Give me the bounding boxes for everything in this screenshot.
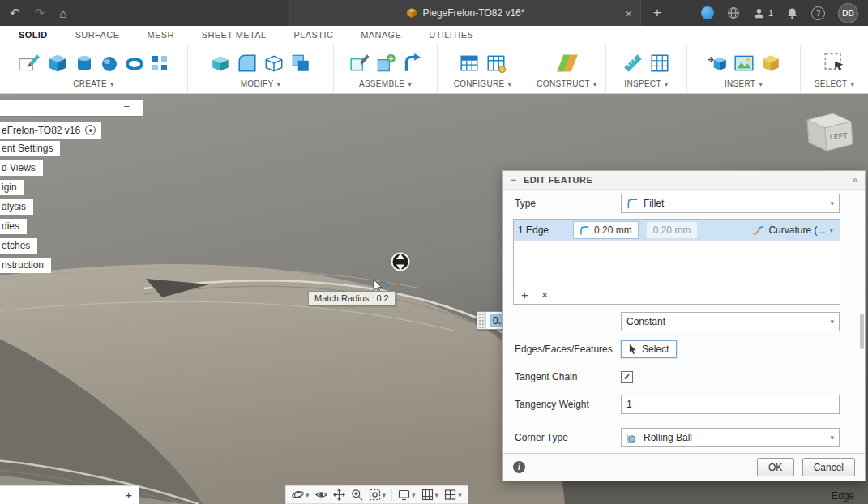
cancel-button[interactable]: Cancel xyxy=(802,458,855,476)
cylinder-icon[interactable] xyxy=(75,53,94,73)
tab-manage[interactable]: MANAGE xyxy=(347,26,415,45)
navigation-bar: ▾ ▾ ▾ xyxy=(285,485,468,504)
profile-icon[interactable] xyxy=(753,7,765,19)
corner-type-dropdown[interactable]: Rolling Ball ▾ xyxy=(621,428,840,447)
tab-solid[interactable]: SOLID xyxy=(5,26,62,45)
edge-selection-row[interactable]: 1 Edge 0.20 mm 0.20 mm xyxy=(514,220,840,241)
home-icon[interactable]: ⌂ xyxy=(59,6,66,20)
look-at-icon[interactable] xyxy=(315,489,327,501)
section-analysis-icon[interactable] xyxy=(649,53,670,74)
insert-mcmaster-icon[interactable] xyxy=(760,53,781,74)
new-tab-button[interactable]: + xyxy=(653,0,661,26)
dialog-footer: i OK Cancel xyxy=(503,453,865,481)
select-dropdown[interactable]: SELECT ▾ xyxy=(815,79,855,88)
undo-icon[interactable]: ↶ xyxy=(10,6,20,20)
close-tab-icon[interactable]: × xyxy=(625,0,632,26)
select-icon[interactable] xyxy=(823,52,846,75)
combine-icon[interactable] xyxy=(290,53,311,74)
redo-icon[interactable]: ↷ xyxy=(35,6,45,20)
as-built-joint-icon[interactable] xyxy=(402,53,423,74)
create-form-icon[interactable] xyxy=(46,52,69,75)
document-tab[interactable]: PiegeFrelon-TO82 v16* × xyxy=(289,0,641,26)
fillet-tool-icon[interactable] xyxy=(237,53,258,74)
dialog-header[interactable]: − EDIT FEATURE » xyxy=(503,171,865,190)
browser-item-origin[interactable]: igin xyxy=(0,180,24,195)
pattern-icon[interactable] xyxy=(150,53,169,73)
browser-root-item[interactable]: eFrelon-TO82 v16 xyxy=(0,122,101,139)
tangency-weight-input[interactable] xyxy=(621,395,840,414)
assemble-dropdown[interactable]: ASSEMBLE ▾ xyxy=(359,79,412,88)
select-button[interactable]: Select xyxy=(621,340,677,358)
viewports-icon[interactable]: ▾ xyxy=(444,489,462,501)
orbit-icon[interactable]: ▾ xyxy=(292,489,310,501)
display-settings-icon[interactable]: ▾ xyxy=(398,489,416,501)
fusion-window: ↶ ↷ ⌂ PiegeFrelon-TO82 v16* × + xyxy=(0,0,868,504)
browser-item-named-views[interactable]: d Views xyxy=(0,160,43,176)
canvas-image-icon[interactable] xyxy=(733,53,755,74)
construct-dropdown[interactable]: CONSTRUCT ▾ xyxy=(537,79,596,88)
tab-surface[interactable]: SURFACE xyxy=(62,26,134,45)
browser-item-document-settings[interactable]: ent Settings xyxy=(0,141,60,156)
joint-icon[interactable] xyxy=(375,53,396,74)
pan-icon[interactable] xyxy=(333,489,345,501)
browser-item-construction[interactable]: nstruction xyxy=(0,258,51,273)
toolbar-group-select: SELECT ▾ xyxy=(801,45,868,93)
configure-dropdown[interactable]: CONFIGURE ▾ xyxy=(454,79,512,88)
create-dropdown[interactable]: CREATE ▾ xyxy=(73,79,113,88)
info-icon[interactable]: i xyxy=(513,461,525,473)
tab-mesh[interactable]: MESH xyxy=(133,26,187,45)
tangent-chain-checkbox[interactable]: ✓ xyxy=(621,371,633,383)
press-pull-icon[interactable] xyxy=(210,53,231,74)
create-sketch-icon[interactable] xyxy=(18,52,41,75)
chevron-down-icon: ▾ xyxy=(306,491,310,499)
inspect-dropdown[interactable]: INSPECT ▾ xyxy=(624,79,668,88)
zoom-icon[interactable] xyxy=(351,489,363,501)
browser-item-bodies[interactable]: dies xyxy=(0,219,27,234)
viewcube-face-label[interactable]: LEFT xyxy=(829,131,848,141)
dialog-scrollbar[interactable] xyxy=(860,314,864,349)
timeline-add-button[interactable]: + xyxy=(125,488,132,502)
globe-icon[interactable] xyxy=(727,6,740,19)
edge-radius-secondary[interactable]: 0.20 mm xyxy=(647,222,698,238)
active-component-radio-icon[interactable] xyxy=(85,125,96,135)
grid-icon[interactable]: ▾ xyxy=(421,489,439,501)
bell-icon[interactable] xyxy=(786,7,798,19)
avatar[interactable]: DD xyxy=(838,3,858,23)
edge-radius-field[interactable]: 0.20 mm xyxy=(573,221,639,239)
browser-item-sketches[interactable]: etches xyxy=(0,238,37,254)
insert-dropdown[interactable]: INSERT ▾ xyxy=(725,79,763,88)
tab-plastic[interactable]: PLASTIC xyxy=(280,26,348,45)
expand-icon[interactable]: » xyxy=(852,174,857,186)
collapse-icon[interactable]: − xyxy=(511,174,516,186)
tab-utilities[interactable]: UTILITIES xyxy=(415,26,487,45)
browser-minimize-button[interactable]: − xyxy=(123,100,130,113)
torus-icon[interactable] xyxy=(125,53,144,73)
browser-item-analysis[interactable]: alysis xyxy=(0,199,33,215)
type-dropdown[interactable]: Fillet ▾ xyxy=(621,194,840,213)
new-component-icon[interactable] xyxy=(348,53,370,74)
chevron-down-icon: ▾ xyxy=(276,80,280,88)
job-status-icon[interactable] xyxy=(701,6,714,19)
help-icon[interactable]: ? xyxy=(811,6,825,20)
tab-sheet-metal[interactable]: SHEET METAL xyxy=(188,26,280,45)
chevron-down-icon: ▾ xyxy=(830,434,834,442)
insert-derive-icon[interactable] xyxy=(707,53,728,74)
construction-plane-icon[interactable] xyxy=(556,52,579,75)
shell-icon[interactable] xyxy=(263,53,284,74)
viewcube[interactable]: LEFT xyxy=(797,109,862,160)
fit-icon[interactable]: ▾ xyxy=(369,489,387,501)
radius-drag-handle[interactable] xyxy=(392,254,409,271)
continuity-dropdown[interactable]: Curvature (... ▾ xyxy=(752,224,836,237)
measure-icon[interactable] xyxy=(622,53,644,74)
add-selection-button[interactable]: + xyxy=(521,288,528,301)
ok-button[interactable]: OK xyxy=(757,458,794,476)
remove-selection-button[interactable]: × xyxy=(541,288,549,301)
configure-icon[interactable] xyxy=(459,53,480,74)
chevron-down-icon: ▾ xyxy=(830,199,834,207)
chevron-down-icon: ▾ xyxy=(458,491,462,499)
modify-dropdown[interactable]: MODIFY ▾ xyxy=(241,79,281,88)
sphere-icon[interactable] xyxy=(100,53,119,73)
configuration-table-icon[interactable] xyxy=(485,53,507,74)
radius-type-dropdown[interactable]: Constant ▾ xyxy=(621,312,840,331)
drag-grip-icon[interactable] xyxy=(477,312,486,329)
